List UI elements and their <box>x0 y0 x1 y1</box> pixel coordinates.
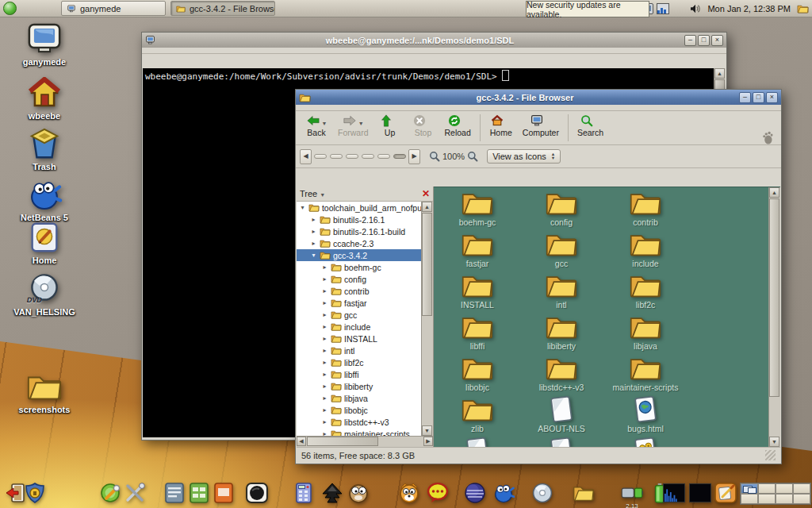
file-icon[interactable]: intl <box>519 271 603 313</box>
workspace-switcher[interactable] <box>740 483 811 505</box>
file-manager-icon[interactable] <box>573 483 595 503</box>
desktop-icon[interactable]: ganymede <box>10 22 79 67</box>
tree-item[interactable]: libffi <box>297 368 422 380</box>
tree-item[interactable]: gcc-3.4.2 <box>297 249 422 261</box>
fox-app-icon[interactable] <box>398 483 420 503</box>
window-list-button[interactable]: gcc-3.4.2 - File Browser <box>170 1 275 16</box>
desktop-icon[interactable]: screenshots <box>10 370 79 414</box>
breadcrumb-scroll-left-icon[interactable]: ◀ <box>300 149 312 164</box>
desktop-icon[interactable]: DVD VAN_HELSING <box>10 272 79 317</box>
network-monitor-icon[interactable] <box>657 3 669 14</box>
file-browser-titlebar[interactable]: gcc-3.4.2 - File Browser – □ × <box>296 90 781 105</box>
expander-icon[interactable] <box>321 383 328 390</box>
expander-icon[interactable] <box>321 264 328 271</box>
tree-item[interactable]: libstdc++-v3 <box>297 416 422 428</box>
file-icon[interactable]: include <box>603 230 688 271</box>
expander-icon[interactable] <box>310 228 317 235</box>
expander-icon[interactable] <box>321 323 328 330</box>
scrollbar-thumb[interactable] <box>769 198 779 397</box>
office-writer-icon[interactable] <box>163 483 186 503</box>
office-calc-icon[interactable] <box>188 483 210 503</box>
tree-item[interactable]: boehm-gc <box>297 261 422 273</box>
file-icon[interactable]: libjava <box>603 313 688 354</box>
workspace-grid[interactable] <box>740 483 811 505</box>
file-icon[interactable]: libf2c <box>603 271 688 313</box>
maximize-button[interactable]: □ <box>698 35 710 46</box>
sidebar-pane-select[interactable]: Tree ▼ <box>300 189 325 198</box>
expander-icon[interactable] <box>299 204 306 211</box>
file-icon[interactable]: contrib <box>603 189 688 230</box>
tree-item[interactable]: fastjar <box>297 297 422 309</box>
tree-item[interactable]: config <box>297 273 422 285</box>
expander-icon[interactable] <box>321 347 328 354</box>
toolbar-button[interactable]: ▼ Up <box>374 113 406 139</box>
gimp-icon[interactable] <box>347 483 370 503</box>
netbeans-mascot-icon[interactable] <box>492 483 515 503</box>
breadcrumb-button[interactable] <box>393 154 406 159</box>
file-icon[interactable]: INSTALL <box>435 271 519 313</box>
desktop-icon[interactable]: Home <box>10 221 79 265</box>
file-icon[interactable]: BUGS <box>435 437 519 447</box>
view-mode-select[interactable]: View as Icons ▲▼ <box>487 149 561 164</box>
expander-icon[interactable] <box>321 418 328 425</box>
close-button[interactable]: × <box>711 35 723 46</box>
breadcrumb-scroll-right-icon[interactable]: ▶ <box>408 149 420 164</box>
tree-item[interactable]: INSTALL <box>297 333 422 344</box>
file-icon[interactable]: ChangeLog <box>519 437 603 447</box>
scroll-up-icon[interactable]: ▲ <box>714 68 725 79</box>
resize-grip[interactable] <box>765 450 776 460</box>
tree-item[interactable]: binutils-2.16.1-build <box>297 225 422 237</box>
chevron-down-icon[interactable]: ▼ <box>358 121 364 126</box>
scrollbar-thumb[interactable] <box>307 437 378 446</box>
system-monitor-blank[interactable] <box>689 483 711 503</box>
file-icon[interactable]: config <box>519 189 603 230</box>
toolbar-button[interactable]: ▼ Stop <box>408 113 439 139</box>
workspace-cell[interactable] <box>776 494 793 504</box>
tree-item[interactable]: libobjc <box>297 404 422 416</box>
tree-item[interactable]: binutils-2.16.1 <box>297 214 422 225</box>
chevron-down-icon[interactable]: ▼ <box>322 121 327 126</box>
sidebar-horizontal-scrollbar[interactable]: ◀ ▶ <box>297 436 433 447</box>
file-icon[interactable]: libiberty <box>519 313 603 354</box>
distro-menu-icon[interactable] <box>3 2 17 15</box>
lock-screen-icon[interactable] <box>24 483 46 503</box>
icon-view-scrollbar[interactable]: ▲ ▼ <box>768 187 780 447</box>
breadcrumb-button[interactable] <box>330 154 343 159</box>
tree-item[interactable]: gcc <box>297 309 422 321</box>
system-tools-icon[interactable] <box>124 483 147 503</box>
eclipse-icon[interactable] <box>464 483 486 503</box>
toolbar-button[interactable]: ▼ Forward <box>334 113 373 139</box>
toolbar-button[interactable]: ▼ Back <box>301 113 332 139</box>
file-icon[interactable]: config.guess <box>603 437 688 447</box>
file-icon[interactable]: zlib <box>435 395 519 437</box>
toolbar-button[interactable]: ▼ Home <box>485 113 517 139</box>
toolbar-button[interactable]: ▼ Search <box>573 113 607 139</box>
workspace-cell[interactable] <box>741 483 758 494</box>
zoom-in-icon[interactable] <box>467 151 478 162</box>
battery-monitor-icon[interactable]: 2.13 <box>621 483 643 508</box>
file-icon[interactable]: maintainer-scripts <box>603 354 688 395</box>
file-icon[interactable]: fastjar <box>435 230 519 271</box>
tree-item[interactable]: include <box>297 321 422 333</box>
workspace-cell[interactable] <box>741 494 758 504</box>
tree-item[interactable]: toolchain_build_arm_nofpu <box>297 202 422 214</box>
close-button[interactable]: × <box>766 92 778 103</box>
file-icon[interactable]: libffi <box>435 313 519 354</box>
scroll-down-icon[interactable]: ▼ <box>422 425 432 436</box>
terminal-titlebar[interactable]: wbeebe@ganymede:/...nk/Demos/demo1/SDL –… <box>142 33 726 48</box>
desktop-icon[interactable]: NetBeans 5 <box>10 178 79 222</box>
file-icon[interactable]: bugs.html <box>603 395 688 437</box>
minimize-button[interactable]: – <box>739 92 751 103</box>
scroll-right-icon[interactable]: ▶ <box>423 437 433 446</box>
toolbar-button[interactable]: ▼ Computer <box>519 113 563 139</box>
scroll-up-icon[interactable]: ▲ <box>769 187 779 198</box>
tree-item[interactable]: intl <box>297 344 422 356</box>
file-icon[interactable]: libobjc <box>435 354 519 395</box>
expander-icon[interactable] <box>321 299 328 306</box>
expander-icon[interactable] <box>321 371 328 378</box>
workspace-cell[interactable] <box>758 483 776 494</box>
file-icon[interactable]: boehm-gc <box>435 189 519 230</box>
system-graph-monitor[interactable] <box>663 483 685 503</box>
media-app-icon[interactable] <box>246 483 268 503</box>
workspace-cell[interactable] <box>758 494 776 504</box>
